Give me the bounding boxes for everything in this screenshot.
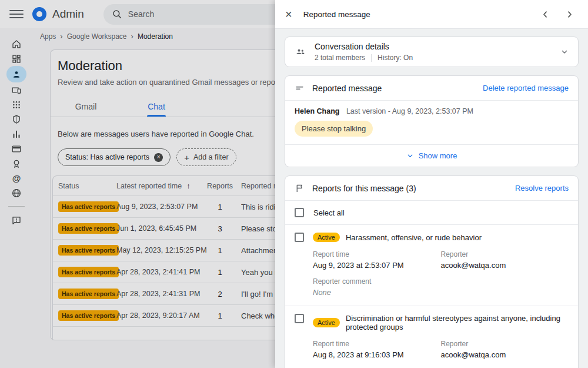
panel-body: Conversation details 2 total members His… xyxy=(275,29,588,368)
resolve-reports-link[interactable]: Resolve reports xyxy=(515,184,569,193)
active-badge: Active xyxy=(313,233,340,242)
report-time-label: Report time xyxy=(313,340,441,348)
history-status: History: On xyxy=(377,54,413,62)
reporter-value: acook@watqa.com xyxy=(441,261,569,270)
group-icon xyxy=(295,46,306,58)
report-item: Active Harassment, offensive, or rude be… xyxy=(285,225,578,306)
reported-message-panel: × Reported message Conversation details … xyxy=(275,0,588,368)
report-item: Active Discrimination or harmful stereot… xyxy=(285,306,578,368)
chevron-left-icon[interactable] xyxy=(541,10,550,19)
reports-card: Reports for this message (3) Resolve rep… xyxy=(285,175,579,368)
active-badge: Active xyxy=(313,318,340,327)
reporter-comment-label: Reporter comment xyxy=(313,277,569,286)
panel-title: Reported message xyxy=(303,10,370,19)
short-text-icon xyxy=(295,83,305,93)
report-checkbox[interactable] xyxy=(295,233,304,242)
delete-reported-message-link[interactable]: Delete reported message xyxy=(483,84,569,92)
close-icon[interactable]: × xyxy=(285,8,292,20)
reporter-label: Reporter xyxy=(441,340,569,348)
reported-message-text: Please stop talking xyxy=(295,121,373,137)
conversation-details-card[interactable]: Conversation details 2 total members His… xyxy=(285,37,579,67)
conversation-details-title: Conversation details xyxy=(315,42,413,51)
report-reason: Discrimination or harmful stereotypes ag… xyxy=(346,314,569,331)
chevron-down-icon xyxy=(406,152,414,160)
total-members: 2 total members xyxy=(315,54,365,62)
report-time-label: Report time xyxy=(313,250,441,258)
select-all-label: Select all xyxy=(313,208,345,217)
reported-message-title: Reported message xyxy=(312,84,382,93)
reported-message-card: Reported message Delete reported message… xyxy=(285,75,579,167)
reports-title: Reports for this message (3) xyxy=(312,184,416,193)
message-version-timestamp: Last version - Aug 9, 2023, 2:53:07 PM xyxy=(346,107,473,115)
report-time-value: Aug 8, 2023 at 9:16:03 PM xyxy=(313,350,441,359)
divider xyxy=(371,54,372,62)
reporter-comment-value: None xyxy=(313,288,569,297)
report-reason: Harassment, offensive, or rude behavior xyxy=(346,233,482,242)
reporter-value: acook@watqa.com xyxy=(441,350,569,359)
select-all-checkbox[interactable] xyxy=(295,208,304,217)
report-checkbox[interactable] xyxy=(295,314,304,323)
panel-header: × Reported message xyxy=(275,0,588,29)
flag-icon xyxy=(295,183,305,193)
chevron-down-icon[interactable] xyxy=(560,48,569,56)
message-sender: Helen Chang xyxy=(295,107,339,115)
reporter-label: Reporter xyxy=(441,250,569,258)
show-more-button[interactable]: Show more xyxy=(285,145,578,167)
chevron-right-icon[interactable] xyxy=(565,10,574,19)
report-time-value: Aug 9, 2023 at 2:53:07 PM xyxy=(313,261,441,270)
